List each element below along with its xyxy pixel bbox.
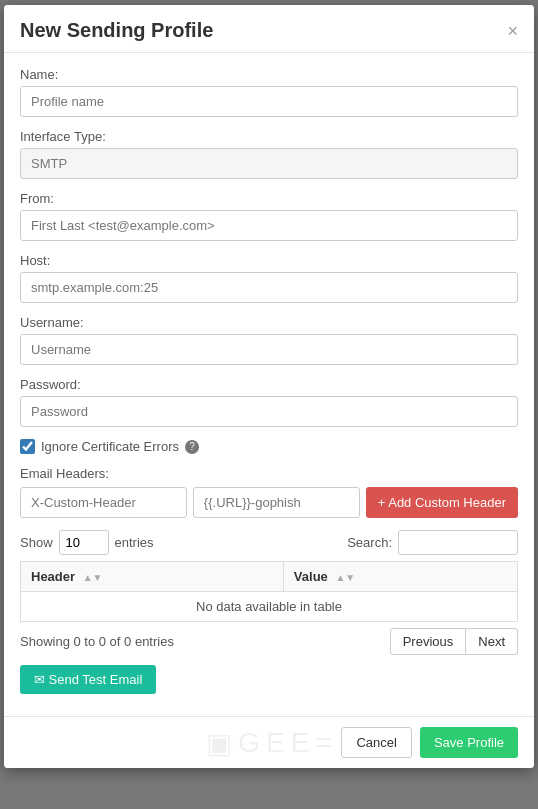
previous-button[interactable]: Previous (390, 628, 467, 655)
host-group: Host: (20, 253, 518, 303)
modal-header: New Sending Profile × (4, 5, 534, 53)
watermark-icon2: G (238, 727, 260, 759)
header-inputs-row: + Add Custom Header (20, 487, 518, 518)
from-group: From: (20, 191, 518, 241)
entries-label: entries (115, 535, 154, 550)
header-key-input[interactable] (20, 487, 187, 518)
header-value-input[interactable] (193, 487, 360, 518)
table-header-row: Header ▲▼ Value ▲▼ (21, 562, 518, 592)
cancel-button[interactable]: Cancel (341, 727, 411, 758)
modal-title: New Sending Profile (20, 19, 213, 42)
from-input[interactable] (20, 210, 518, 241)
col-header-label: Header (31, 569, 75, 584)
sort-icon-header: ▲▼ (83, 572, 103, 583)
interface-label: Interface Type: (20, 129, 518, 144)
send-test-row: ✉ Send Test Email (20, 665, 518, 694)
empty-message: No data available in table (21, 592, 518, 622)
send-test-email-button[interactable]: ✉ Send Test Email (20, 665, 156, 694)
host-input[interactable] (20, 272, 518, 303)
table-empty-row: No data available in table (21, 592, 518, 622)
help-icon[interactable]: ? (185, 440, 199, 454)
watermark-icon4: E (291, 727, 310, 759)
modal-overlay: New Sending Profile × Name: Interface Ty… (0, 0, 538, 809)
watermark-icon: ▣ (206, 726, 232, 759)
username-label: Username: (20, 315, 518, 330)
close-button[interactable]: × (507, 22, 518, 40)
col-value-label: Value (294, 569, 328, 584)
table-info: Showing 0 to 0 of 0 entries (20, 634, 174, 649)
search-box: Search: (347, 530, 518, 555)
add-header-button[interactable]: + Add Custom Header (366, 487, 518, 518)
password-input[interactable] (20, 396, 518, 427)
pagination: Previous Next (390, 628, 518, 655)
sort-icon-value: ▲▼ (335, 572, 355, 583)
from-label: From: (20, 191, 518, 206)
modal-body: Name: Interface Type: From: Host: Userna… (4, 53, 534, 716)
host-label: Host: (20, 253, 518, 268)
table-footer: Showing 0 to 0 of 0 entries Previous Nex… (20, 628, 518, 655)
search-input[interactable] (398, 530, 518, 555)
table-controls: Show 10 entries Search: (20, 530, 518, 555)
modal-dialog: New Sending Profile × Name: Interface Ty… (4, 5, 534, 768)
save-profile-button[interactable]: Save Profile (420, 727, 518, 758)
email-headers-group: Email Headers: + Add Custom Header (20, 466, 518, 518)
email-headers-label: Email Headers: (20, 466, 518, 481)
headers-table: Header ▲▼ Value ▲▼ No data available in … (20, 561, 518, 622)
show-entries-control: Show 10 entries (20, 530, 154, 555)
ignore-cert-row: Ignore Certificate Errors ? (20, 439, 518, 454)
password-group: Password: (20, 377, 518, 427)
interface-input (20, 148, 518, 179)
ignore-cert-checkbox[interactable] (20, 439, 35, 454)
watermark-icon3: E (266, 727, 285, 759)
show-label: Show (20, 535, 53, 550)
ignore-cert-label: Ignore Certificate Errors (41, 439, 179, 454)
password-label: Password: (20, 377, 518, 392)
next-button[interactable]: Next (466, 628, 518, 655)
name-input[interactable] (20, 86, 518, 117)
search-label: Search: (347, 535, 392, 550)
watermark-icon5: = (315, 727, 331, 759)
username-group: Username: (20, 315, 518, 365)
interface-group: Interface Type: (20, 129, 518, 179)
col-header[interactable]: Header ▲▼ (21, 562, 284, 592)
modal-footer: ▣ G E E = Cancel Save Profile (4, 716, 534, 768)
watermark: ▣ G E E = (206, 726, 332, 759)
col-value[interactable]: Value ▲▼ (283, 562, 517, 592)
name-group: Name: (20, 67, 518, 117)
username-input[interactable] (20, 334, 518, 365)
name-label: Name: (20, 67, 518, 82)
entries-input[interactable]: 10 (59, 530, 109, 555)
